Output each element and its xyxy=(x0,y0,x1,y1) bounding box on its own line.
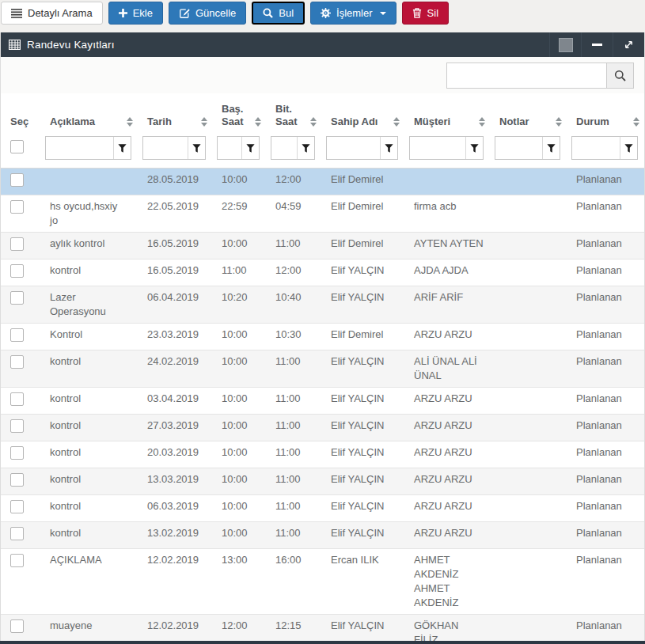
table-row[interactable]: kontrol20.03.201910:0011:00Elif YALÇINAR… xyxy=(1,441,644,468)
row-checkbox[interactable] xyxy=(10,173,24,187)
column-header-aciklama[interactable]: Açıklama xyxy=(40,93,138,133)
cell-musteri xyxy=(404,169,490,195)
table-row[interactable]: hs oycud,hsxiyjo22.05.201922:5904:59Elif… xyxy=(1,195,644,233)
delete-button[interactable]: Sil xyxy=(402,2,449,25)
table-row[interactable]: kontrol16.05.201911:0012:00Elif YALÇINAJ… xyxy=(1,259,644,286)
cell-bit_saat: 11:00 xyxy=(266,350,321,388)
column-header-sahip_adi[interactable]: Sahip Adı xyxy=(321,93,404,133)
row-checkbox[interactable] xyxy=(10,419,24,433)
cell-durum: Planlanan xyxy=(567,522,644,549)
table-row[interactable]: kontrol06.03.201910:0011:00Elif YALÇINAR… xyxy=(1,495,644,522)
column-header-notlar[interactable]: Notlar xyxy=(490,93,567,133)
row-checkbox[interactable] xyxy=(10,500,24,513)
funnel-icon[interactable] xyxy=(380,137,397,159)
row-checkbox[interactable] xyxy=(10,237,24,251)
row-checkbox[interactable] xyxy=(10,291,24,305)
table-row[interactable]: kontrol13.03.201910:0011:00Elif YALÇINAR… xyxy=(1,468,644,495)
filter-input-sahip_adi[interactable] xyxy=(327,137,380,159)
sort-arrows-icon[interactable] xyxy=(127,117,133,128)
filter-input-tarih[interactable] xyxy=(143,137,188,159)
column-label: Bit. Saat xyxy=(275,103,310,128)
row-checkbox[interactable] xyxy=(10,392,24,406)
sort-arrows-icon[interactable] xyxy=(255,117,261,128)
cell-notlar xyxy=(490,388,567,415)
table-row[interactable]: aylık kontrol16.05.201910:0011:00Elif De… xyxy=(1,233,644,259)
filter-input-notlar[interactable] xyxy=(495,137,542,159)
cell-musteri: AYTEN AYTEN xyxy=(404,233,490,259)
cell-sec xyxy=(1,522,40,549)
table-row[interactable]: LazerOperasyonu06.04.201910:2010:40Elif … xyxy=(1,286,644,324)
cell-tarih: 22.05.2019 xyxy=(138,195,212,233)
row-checkbox[interactable] xyxy=(10,619,24,633)
filter-input-bas_saat[interactable] xyxy=(218,137,241,159)
update-button[interactable]: Güncelle xyxy=(169,2,246,25)
minus-icon[interactable] xyxy=(581,32,613,57)
cell-sec xyxy=(1,233,40,259)
row-checkbox[interactable] xyxy=(10,328,24,342)
sort-arrows-icon[interactable] xyxy=(201,117,207,128)
column-header-bas_saat[interactable]: Baş. Saat xyxy=(212,93,266,133)
row-checkbox[interactable] xyxy=(10,200,24,214)
add-button[interactable]: Ekle xyxy=(108,2,163,25)
column-header-tarih[interactable]: Tarih xyxy=(138,93,212,133)
find-button[interactable]: Bul xyxy=(252,2,305,25)
sort-arrows-icon[interactable] xyxy=(633,117,639,128)
table-row[interactable]: muayene12.02.201912:0012:15Elif YALÇINGÖ… xyxy=(1,615,644,644)
row-checkbox[interactable] xyxy=(10,527,24,540)
column-label: Notlar xyxy=(499,116,529,128)
sort-arrows-icon[interactable] xyxy=(310,117,317,128)
row-checkbox[interactable] xyxy=(10,355,24,369)
sort-arrows-icon[interactable] xyxy=(479,117,485,128)
filter-input-musteri[interactable] xyxy=(410,137,465,159)
cell-bas_saat: 10:00 xyxy=(212,415,266,441)
row-checkbox[interactable] xyxy=(10,264,24,278)
row-checkbox[interactable] xyxy=(10,473,24,487)
column-header-musteri[interactable]: Müşteri xyxy=(404,93,490,133)
filter-input-bit_saat[interactable] xyxy=(271,137,297,159)
operations-dropdown-button[interactable]: İşlemler xyxy=(310,2,396,25)
cell-sahip_adi: Elif Demirel xyxy=(321,195,404,233)
funnel-icon[interactable] xyxy=(188,137,205,159)
cell-sahip_adi: Elif YALÇIN xyxy=(321,522,404,549)
table-row[interactable]: kontrol13.02.201910:0011:00Elif YALÇINAR… xyxy=(1,522,644,549)
cell-bit_saat: 11:00 xyxy=(266,415,321,441)
column-header-durum[interactable]: Durum xyxy=(567,93,644,133)
cell-sec xyxy=(1,169,40,195)
cell-musteri: ARZU ARZU xyxy=(404,415,490,441)
column-header-bit_saat[interactable]: Bit. Saat xyxy=(266,93,321,133)
table-row[interactable]: kontrol24.02.201910:0011:00Elif YALÇINAL… xyxy=(1,350,644,388)
appointments-table: SeçAçıklamaTarihBaş. SaatBit. SaatSahip … xyxy=(1,93,644,644)
sort-arrows-icon[interactable] xyxy=(393,117,400,128)
search-input[interactable] xyxy=(446,63,607,89)
funnel-icon[interactable] xyxy=(620,137,637,159)
funnel-icon[interactable] xyxy=(297,137,314,159)
cell-sec xyxy=(1,415,40,441)
table-row[interactable]: kontrol27.03.201910:0011:00Elif YALÇINAR… xyxy=(1,415,644,441)
table-row[interactable]: Kontrol23.03.201910:0010:30Elif DemirelA… xyxy=(1,324,644,350)
search-icon xyxy=(614,70,626,81)
gray-square-icon[interactable] xyxy=(549,32,581,57)
filter-input-aciklama[interactable] xyxy=(46,137,113,159)
table-row[interactable]: 28.05.201910:0012:00Elif DemirelPlanlana… xyxy=(1,169,644,195)
table-row[interactable]: kontrol03.04.201910:0011:00Elif YALÇINAR… xyxy=(1,388,644,415)
table-row[interactable]: AÇIKLAMA12.02.201913:0016:00Ercan ILIKAH… xyxy=(1,549,644,615)
top-toolbar: Detaylı Arama Ekle Güncelle Bul İşlemler xyxy=(0,0,645,32)
cell-notlar xyxy=(490,169,567,195)
cell-durum: Planlanan xyxy=(567,549,644,615)
cell-aciklama: kontrol xyxy=(40,415,138,441)
row-checkbox[interactable] xyxy=(10,554,24,567)
funnel-icon[interactable] xyxy=(465,137,483,159)
select-all-checkbox[interactable] xyxy=(10,140,24,153)
row-checkbox[interactable] xyxy=(10,446,24,460)
funnel-icon[interactable] xyxy=(542,137,560,159)
cell-musteri: ARİF ARİF xyxy=(404,286,490,324)
search-button[interactable] xyxy=(606,63,634,89)
funnel-icon[interactable] xyxy=(113,137,131,159)
filter-input-durum[interactable] xyxy=(572,137,620,159)
expand-arrows-icon[interactable] xyxy=(613,32,644,57)
cell-bit_saat: 11:00 xyxy=(266,441,321,468)
detailed-search-button[interactable]: Detaylı Arama xyxy=(1,2,103,25)
sort-arrows-icon[interactable] xyxy=(556,117,562,128)
funnel-icon[interactable] xyxy=(241,137,259,159)
detailed-search-label: Detaylı Arama xyxy=(28,8,93,18)
